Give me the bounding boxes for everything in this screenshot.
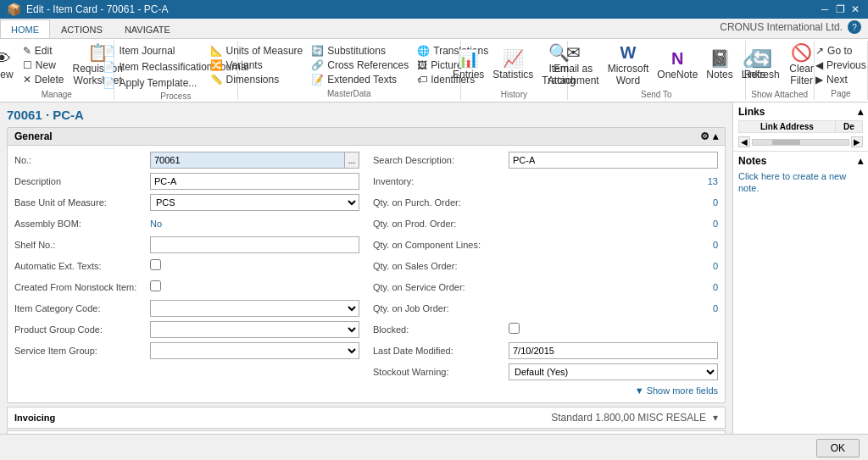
units-button[interactable]: 📐 Units of Measure: [207, 44, 307, 58]
qty-service-label: Qty. on Service Order:: [373, 282, 509, 292]
extended-icon: 📝: [311, 74, 324, 86]
links-collapse-icon[interactable]: ▴: [858, 106, 863, 118]
qty-job-link[interactable]: 0: [509, 303, 718, 313]
product-group-select[interactable]: [150, 321, 359, 338]
qty-sales-row: Qty. on Sales Order: 0: [373, 257, 718, 275]
create-note-link[interactable]: Click here to create a new note.: [738, 171, 846, 193]
links-scroll-left[interactable]: ◀: [738, 136, 750, 147]
substitutions-button[interactable]: 🔄 Substitutions: [308, 44, 412, 58]
notes-title: Notes: [738, 155, 766, 167]
qty-prod-link[interactable]: 0: [509, 219, 718, 229]
maximize-button[interactable]: ❐: [834, 3, 846, 15]
shelf-no-label: Shelf No.:: [14, 240, 150, 250]
assembly-bom-row: Assembly BOM: No: [14, 214, 359, 233]
close-button[interactable]: ✕: [849, 3, 861, 15]
blocked-row: Blocked:: [373, 320, 718, 339]
search-desc-input[interactable]: [509, 152, 718, 169]
cross-ref-button[interactable]: 🔗 Cross References: [308, 58, 412, 72]
variants-icon: 🔀: [210, 59, 223, 71]
picture-icon: 🖼: [417, 59, 427, 71]
general-panel-header[interactable]: General ⚙ ▴: [8, 128, 725, 146]
window-title: Edit - Item Card - 70061 - PC-A: [26, 3, 168, 15]
entries-button[interactable]: 📊 Entries: [449, 42, 487, 88]
section-row[interactable]: Invoicing Standard 1.800,00 MISC RESALE …: [7, 407, 726, 429]
qty-service-value: 0: [509, 282, 718, 292]
service-item-select[interactable]: [150, 342, 359, 359]
email-button[interactable]: ✉ Email asAttachment: [544, 42, 603, 88]
links-scrollbar-thumb: [772, 140, 801, 145]
created-from-checkbox[interactable]: [150, 280, 161, 291]
description-row: Description: [14, 172, 359, 191]
next-button[interactable]: ▶ Next: [812, 73, 868, 86]
variants-button[interactable]: 🔀 Variants: [207, 58, 307, 72]
links-scrollbar: [752, 139, 849, 146]
goto-button[interactable]: ↗ Go to: [812, 44, 868, 58]
stockout-select[interactable]: Default (Yes): [509, 363, 718, 380]
last-date-input[interactable]: [509, 342, 718, 359]
qty-sales-value: 0: [509, 261, 718, 271]
minimize-button[interactable]: ─: [819, 3, 831, 15]
panel-collapse-icon[interactable]: ▴: [713, 130, 718, 142]
title-bar: 📦 Edit - Item Card - 70061 - PC-A ─ ❐ ✕: [0, 0, 868, 19]
onenote-button[interactable]: N OneNote: [654, 42, 701, 88]
links-scroll: ◀ ▶: [738, 136, 863, 147]
notes-section: Notes ▴ Click here to create a new note.: [733, 152, 868, 460]
edit-button[interactable]: ✎ Edit: [19, 44, 68, 58]
notes-button[interactable]: 📓 Notes: [703, 42, 736, 88]
qty-service-link[interactable]: 0: [509, 282, 718, 292]
help-icon[interactable]: ?: [848, 20, 861, 34]
sendto-label: Send To: [641, 90, 672, 99]
no-label: No.:: [14, 155, 150, 165]
qty-service-row: Qty. on Service Order: 0: [373, 278, 718, 297]
show-more-button[interactable]: ▼ Show more fields: [635, 385, 718, 396]
inventory-value: 13: [509, 176, 718, 186]
item-category-select[interactable]: [150, 300, 359, 317]
edit-icon: ✎: [23, 45, 31, 57]
qty-component-row: Qty. on Component Lines: 0: [373, 236, 718, 254]
no-ellipsis-button[interactable]: ...: [345, 152, 359, 169]
qty-purch-link[interactable]: 0: [509, 197, 718, 208]
item-category-field-container: [150, 300, 359, 317]
refresh-button[interactable]: 🔄 Refresh: [741, 42, 783, 88]
panel-settings-icon[interactable]: ⚙: [700, 130, 709, 142]
notes-collapse-icon[interactable]: ▴: [858, 155, 863, 167]
stockout-row: Stockout Warning: Default (Yes): [373, 363, 718, 381]
statistics-button[interactable]: 📈 Statistics: [489, 42, 537, 88]
form-left-col: No.: ... Description: [14, 151, 359, 384]
new-button[interactable]: ☐ New: [19, 58, 68, 72]
qty-component-link[interactable]: 0: [509, 240, 718, 250]
ok-button[interactable]: OK: [816, 439, 860, 457]
extended-texts-button[interactable]: 📝 Extended Texts: [308, 73, 412, 86]
last-date-label: Last Date Modified:: [373, 346, 509, 356]
base-unit-select[interactable]: PCS: [150, 194, 359, 211]
tab-actions[interactable]: ACTIONS: [50, 19, 114, 38]
no-input[interactable]: [150, 152, 345, 169]
dimensions-button[interactable]: 📏 Dimensions: [207, 73, 307, 86]
identifiers-icon: 🏷: [417, 74, 427, 86]
tab-home[interactable]: HOME: [0, 19, 50, 38]
shelf-no-input[interactable]: [150, 236, 359, 253]
assembly-bom-link[interactable]: No: [150, 219, 162, 229]
qty-prod-value: 0: [509, 219, 718, 229]
service-item-row: Service Item Group:: [14, 341, 359, 360]
auto-ext-checkbox[interactable]: [150, 259, 161, 270]
link-address-header: Link Address: [739, 121, 836, 133]
refresh-icon: 🔄: [751, 50, 772, 67]
delete-button[interactable]: ✕ Delete: [19, 73, 68, 86]
assembly-bom-value: No: [150, 218, 359, 230]
qty-job-label: Qty. on Job Order:: [373, 303, 509, 313]
onenote-icon: N: [671, 50, 683, 67]
view-button[interactable]: 👁 View: [0, 42, 18, 88]
masterdata-label: MasterData: [327, 89, 371, 98]
description-input[interactable]: [150, 173, 359, 190]
blocked-checkbox[interactable]: [509, 323, 520, 334]
word-button[interactable]: W MicrosoftWord: [604, 42, 653, 88]
ribbon: HOME ACTIONS NAVIGATE CRONUS Internation…: [0, 19, 868, 103]
qty-component-value: 0: [509, 240, 718, 250]
inventory-link[interactable]: 13: [509, 176, 718, 186]
previous-button[interactable]: ◀ Previous: [812, 58, 868, 72]
blocked-label: Blocked:: [373, 324, 509, 335]
tab-navigate[interactable]: NAVIGATE: [114, 19, 181, 38]
links-scroll-right[interactable]: ▶: [851, 136, 863, 147]
qty-sales-link[interactable]: 0: [509, 261, 718, 271]
